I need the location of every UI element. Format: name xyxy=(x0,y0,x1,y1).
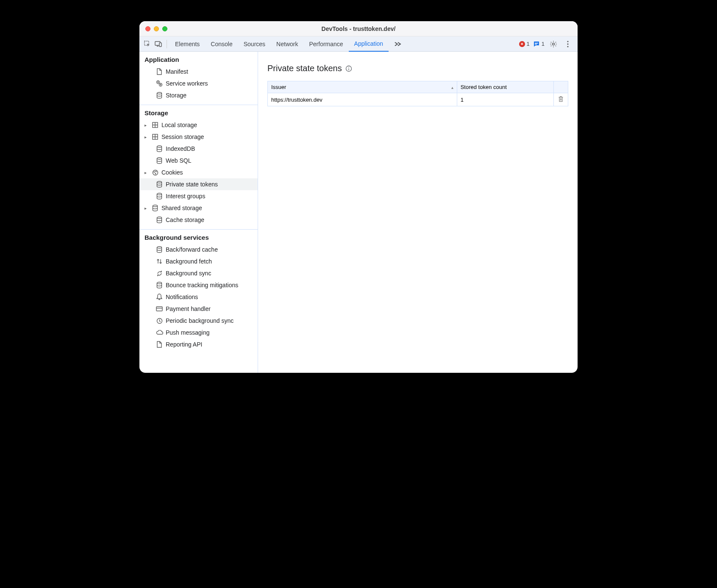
updown-icon xyxy=(156,258,163,265)
grid-icon xyxy=(151,134,159,140)
chat-icon xyxy=(533,41,540,47)
sidebar-item-background-sync[interactable]: ▸Background sync xyxy=(139,267,258,279)
svg-point-24 xyxy=(153,205,158,207)
error-count: 1 xyxy=(527,41,530,47)
column-header-issuer[interactable]: Issuer ▴ xyxy=(268,81,457,93)
sidebar-item-label: Storage xyxy=(166,92,186,99)
sidebar-item-service-workers[interactable]: ▸ Service workers xyxy=(139,78,258,89)
sidebar-item-interest-groups[interactable]: ▸ Interest groups xyxy=(139,190,258,202)
tab-console[interactable]: Console xyxy=(205,36,238,51)
svg-point-6 xyxy=(567,41,568,42)
sidebar-item-bfcache[interactable]: ▸Back/forward cache xyxy=(139,244,258,255)
sidebar-item-label: Reporting API xyxy=(166,341,202,348)
column-header-actions xyxy=(554,81,568,93)
tab-application[interactable]: Application xyxy=(349,36,389,52)
sidebar-item-label: Interest groups xyxy=(166,193,205,200)
titlebar: DevTools - trusttoken.dev/ xyxy=(139,21,578,36)
svg-point-18 xyxy=(153,170,158,175)
trash-icon xyxy=(558,96,564,102)
error-badge[interactable]: ✕ 1 xyxy=(519,41,530,47)
devtools-window: DevTools - trusttoken.dev/ Elements Cons… xyxy=(139,21,578,373)
sidebar-item-push-messaging[interactable]: ▸Push messaging xyxy=(139,327,258,338)
cell-delete[interactable] xyxy=(554,93,568,106)
svg-point-13 xyxy=(157,92,162,94)
sidebar-item-label: Bounce tracking mitigations xyxy=(166,282,238,288)
svg-point-19 xyxy=(154,172,155,172)
sidebar-item-reporting-api[interactable]: ▸Reporting API xyxy=(139,338,258,350)
settings-icon[interactable] xyxy=(548,40,559,48)
error-icon: ✕ xyxy=(519,41,525,47)
sidebar-item-storage[interactable]: ▸ Storage xyxy=(139,89,258,101)
svg-rect-3 xyxy=(535,43,538,44)
inspect-element-icon[interactable] xyxy=(142,41,153,47)
database-icon xyxy=(156,193,163,200)
svg-point-26 xyxy=(157,247,162,248)
sidebar-item-session-storage[interactable]: ▸ Session storage xyxy=(139,131,258,143)
bell-icon xyxy=(156,294,163,300)
svg-point-5 xyxy=(553,43,555,45)
sidebar-item-label: Payment handler xyxy=(166,305,211,312)
svg-rect-4 xyxy=(535,44,537,44)
sidebar-item-periodic-sync[interactable]: ▸Periodic background sync xyxy=(139,315,258,327)
sidebar-item-label: Local storage xyxy=(161,122,197,128)
sidebar-item-label: Web SQL xyxy=(166,157,191,164)
sidebar-item-bounce-tracking[interactable]: ▸Bounce tracking mitigations xyxy=(139,279,258,291)
svg-point-21 xyxy=(155,173,156,174)
file-icon xyxy=(156,341,163,348)
section-title-storage: Storage xyxy=(139,105,258,119)
sidebar-item-websql[interactable]: ▸ Web SQL xyxy=(139,155,258,166)
sidebar-item-cookies[interactable]: ▸ Cookies xyxy=(139,166,258,178)
card-icon xyxy=(156,306,163,311)
message-badge[interactable]: 1 xyxy=(533,41,545,47)
panel-heading: Private state tokens xyxy=(267,64,568,73)
cell-issuer: https://trusttoken.dev xyxy=(268,93,457,106)
clock-icon xyxy=(156,318,163,324)
svg-point-22 xyxy=(157,181,162,183)
sidebar-item-shared-storage[interactable]: ▸ Shared storage xyxy=(139,202,258,214)
tab-performance[interactable]: Performance xyxy=(303,36,348,51)
tab-sources[interactable]: Sources xyxy=(238,36,271,51)
sidebar-item-notifications[interactable]: ▸Notifications xyxy=(139,291,258,303)
sidebar-item-background-fetch[interactable]: ▸Background fetch xyxy=(139,255,258,267)
sidebar-item-private-state-tokens[interactable]: ▸ Private state tokens xyxy=(139,178,258,190)
toolbar-separator xyxy=(167,40,167,48)
column-header-count[interactable]: Stored token count xyxy=(457,81,553,93)
sidebar-item-label: Service workers xyxy=(166,80,208,87)
message-count: 1 xyxy=(542,41,545,47)
device-toolbar-icon[interactable] xyxy=(153,41,164,47)
sidebar-item-local-storage[interactable]: ▸ Local storage xyxy=(139,119,258,131)
sort-indicator-icon: ▴ xyxy=(451,85,453,89)
svg-point-20 xyxy=(156,171,156,172)
sidebar-item-label: Push messaging xyxy=(166,329,210,336)
tab-elements[interactable]: Elements xyxy=(170,36,205,51)
svg-point-31 xyxy=(348,67,349,68)
database-icon xyxy=(156,181,163,188)
sidebar-item-manifest[interactable]: ▸ Manifest xyxy=(139,66,258,78)
svg-point-9 xyxy=(157,81,160,84)
sidebar-item-indexeddb[interactable]: ▸ IndexedDB xyxy=(139,143,258,155)
svg-point-23 xyxy=(157,193,162,195)
svg-point-12 xyxy=(160,84,161,85)
svg-point-10 xyxy=(158,82,158,83)
sidebar-item-label: Shared storage xyxy=(161,205,202,211)
devtools-toolbar: Elements Console Sources Network Perform… xyxy=(139,36,578,52)
cell-count: 1 xyxy=(457,93,553,106)
cookie-icon xyxy=(151,169,159,176)
more-menu-icon[interactable] xyxy=(562,41,573,47)
sidebar-item-label: Background sync xyxy=(166,270,211,277)
cloud-icon xyxy=(156,330,163,335)
sidebar-item-label: Background fetch xyxy=(166,258,212,265)
sidebar-item-payment-handler[interactable]: ▸Payment handler xyxy=(139,303,258,315)
sidebar-item-label: Periodic background sync xyxy=(166,317,233,324)
application-sidebar: Application ▸ Manifest ▸ Service workers… xyxy=(139,52,258,373)
more-tabs-button[interactable] xyxy=(389,36,407,51)
database-icon xyxy=(156,246,163,253)
toolbar-right: ✕ 1 1 xyxy=(519,40,575,48)
database-icon xyxy=(156,282,163,288)
sidebar-item-cache-storage[interactable]: ▸ Cache storage xyxy=(139,214,258,226)
svg-rect-2 xyxy=(159,43,161,47)
info-icon[interactable] xyxy=(345,65,352,72)
table-row[interactable]: https://trusttoken.dev 1 xyxy=(268,93,568,106)
svg-point-16 xyxy=(157,146,162,147)
tab-network[interactable]: Network xyxy=(271,36,303,51)
